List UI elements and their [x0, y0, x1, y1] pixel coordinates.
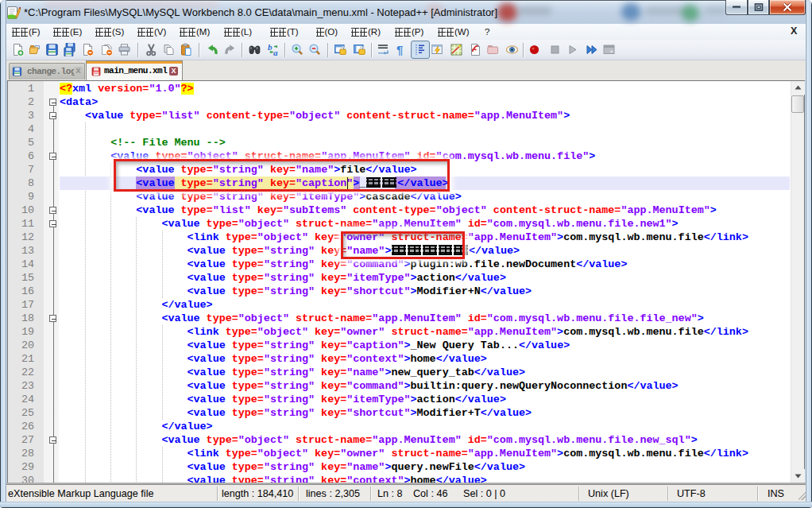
svg-text:b: b — [268, 43, 273, 52]
svg-text:a: a — [273, 48, 278, 57]
svg-text:¶: ¶ — [396, 43, 403, 56]
